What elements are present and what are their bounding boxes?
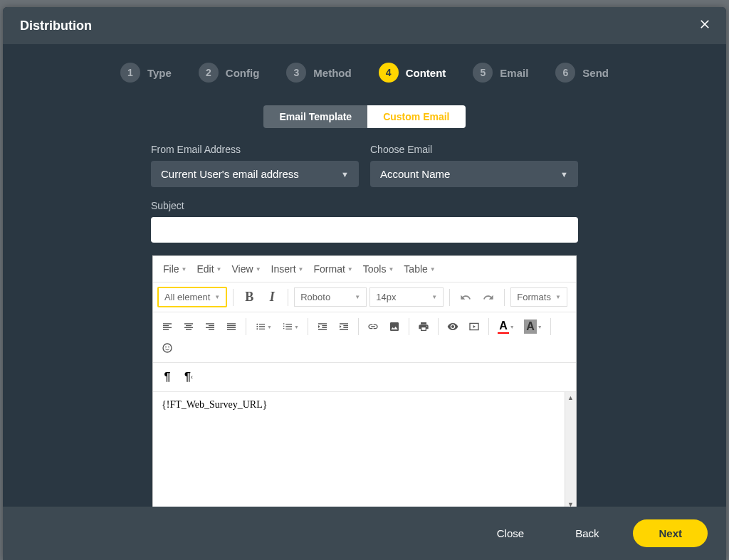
choose-email-value: Account Name	[380, 168, 450, 180]
modal-body: 1 Type 2 Config 3 Method 4 Content 5 Ema…	[3, 44, 726, 529]
link-button[interactable]	[363, 317, 383, 337]
svg-point-2	[256, 328, 258, 329]
step-number: 2	[199, 63, 219, 83]
toolbar-divider	[288, 289, 288, 306]
choose-email-field: Choose Email Account Name ▼	[370, 144, 578, 187]
rich-text-editor: File▼ Edit▼ View▼ Insert▼ Format▼ Tools▼…	[152, 255, 577, 529]
choose-email-select[interactable]: Account Name ▼	[370, 161, 578, 187]
tab-custom-email[interactable]: Custom Email	[367, 105, 465, 128]
form-area: From Email Address Current User's email …	[151, 144, 578, 243]
from-email-value: Current User's email address	[161, 168, 299, 180]
svg-point-5	[168, 347, 169, 348]
editor-content-area[interactable]: {!FT_Web_Survey_URL} ▲ ▼	[153, 392, 576, 510]
formats-select[interactable]: Formats▼	[510, 287, 567, 307]
editor-menubar: File▼ Edit▼ View▼ Insert▼ Format▼ Tools▼…	[153, 256, 576, 282]
bullet-list-button[interactable]: ▼	[251, 317, 276, 337]
toolbar-divider	[358, 318, 359, 335]
editor-toolbar-row2: ▼ ▼ A▼ A▼	[153, 312, 576, 363]
step-number: 4	[379, 63, 399, 83]
from-email-label: From Email Address	[151, 144, 359, 155]
step-content[interactable]: 4 Content	[379, 63, 446, 83]
wizard-steps: 1 Type 2 Config 3 Method 4 Content 5 Ema…	[3, 44, 726, 95]
media-button[interactable]	[464, 317, 484, 337]
ltr-button[interactable]: ¶	[157, 367, 177, 387]
element-path-select[interactable]: All element▼	[157, 287, 227, 307]
undo-button[interactable]	[456, 287, 476, 307]
editor-text: {!FT_Web_Survey_URL}	[153, 392, 576, 418]
font-family-select[interactable]: Roboto▼	[294, 287, 367, 307]
close-icon[interactable]	[698, 17, 712, 34]
font-size-select[interactable]: 14px▼	[369, 287, 444, 307]
bold-button[interactable]: B	[239, 287, 259, 307]
scrollbar[interactable]: ▲ ▼	[565, 392, 576, 510]
step-label: Send	[582, 67, 609, 79]
outdent-button[interactable]	[313, 317, 332, 337]
step-label: Content	[406, 67, 446, 79]
text-color-button[interactable]: A▼	[493, 317, 519, 337]
from-email-select[interactable]: Current User's email address ▼	[151, 161, 359, 187]
step-email[interactable]: 5 Email	[473, 63, 528, 83]
toolbar-divider	[550, 318, 551, 335]
subject-input[interactable]	[151, 217, 578, 243]
svg-point-3	[163, 344, 172, 352]
italic-button[interactable]: I	[262, 287, 282, 307]
subject-field: Subject	[151, 200, 578, 243]
toolbar-divider	[504, 289, 505, 306]
menu-format[interactable]: Format▼	[309, 260, 357, 278]
step-type[interactable]: 1 Type	[120, 63, 172, 83]
indent-button[interactable]	[334, 317, 354, 337]
align-right-button[interactable]	[200, 317, 220, 337]
chevron-down-icon: ▼	[341, 170, 349, 179]
from-email-field: From Email Address Current User's email …	[151, 144, 359, 187]
redo-button[interactable]	[478, 287, 498, 307]
editor-toolbar-row1: All element▼ B I Roboto▼ 14px▼ Formats▼	[153, 282, 576, 312]
close-button[interactable]: Close	[480, 520, 541, 546]
toolbar-divider	[488, 318, 489, 335]
toolbar-divider	[449, 289, 450, 306]
subject-label: Subject	[151, 200, 578, 211]
step-label: Method	[313, 67, 351, 79]
toolbar-divider	[246, 318, 246, 335]
step-number: 6	[555, 63, 575, 83]
menu-edit[interactable]: Edit▼	[192, 260, 226, 278]
toolbar-divider	[233, 289, 234, 306]
rtl-button[interactable]: ¶‹	[179, 367, 199, 387]
emoji-button[interactable]	[157, 338, 177, 358]
preview-button[interactable]	[443, 317, 463, 337]
back-button[interactable]: Back	[558, 520, 616, 546]
menu-file[interactable]: File▼	[159, 260, 191, 278]
step-method[interactable]: 3 Method	[286, 63, 351, 83]
modal-title: Distribution	[20, 19, 92, 33]
align-center-button[interactable]	[179, 317, 199, 337]
background-color-button[interactable]: A▼	[520, 317, 546, 337]
toolbar-divider	[308, 318, 308, 335]
step-send[interactable]: 6 Send	[555, 63, 609, 83]
step-label: Email	[500, 67, 528, 79]
step-label: Type	[147, 67, 172, 79]
step-label: Config	[226, 67, 259, 79]
numbered-list-button[interactable]: ▼	[278, 317, 303, 337]
menu-tools[interactable]: Tools▼	[359, 260, 399, 278]
toolbar-divider	[438, 318, 439, 335]
svg-point-0	[256, 324, 258, 325]
svg-point-1	[256, 326, 258, 327]
modal-footer: Close Back Next	[3, 507, 726, 560]
chevron-down-icon: ▼	[560, 170, 568, 179]
tab-email-template[interactable]: Email Template	[263, 105, 367, 128]
distribution-modal: Distribution 1 Type 2 Config 3 Method 4 …	[3, 7, 726, 560]
step-number: 1	[120, 63, 140, 83]
menu-table[interactable]: Table▼	[399, 260, 439, 278]
scroll-up-icon[interactable]: ▲	[565, 392, 576, 403]
menu-insert[interactable]: Insert▼	[267, 260, 308, 278]
print-button[interactable]	[414, 317, 434, 337]
menu-view[interactable]: View▼	[228, 260, 266, 278]
editor-toolbar-row3: ¶ ¶‹	[153, 363, 576, 392]
image-button[interactable]	[384, 317, 404, 337]
align-left-button[interactable]	[157, 317, 177, 337]
svg-point-4	[165, 347, 167, 348]
step-config[interactable]: 2 Config	[199, 63, 259, 83]
align-justify-button[interactable]	[221, 317, 241, 337]
next-button[interactable]: Next	[633, 519, 708, 547]
toolbar-divider	[409, 318, 409, 335]
choose-email-label: Choose Email	[370, 144, 578, 155]
